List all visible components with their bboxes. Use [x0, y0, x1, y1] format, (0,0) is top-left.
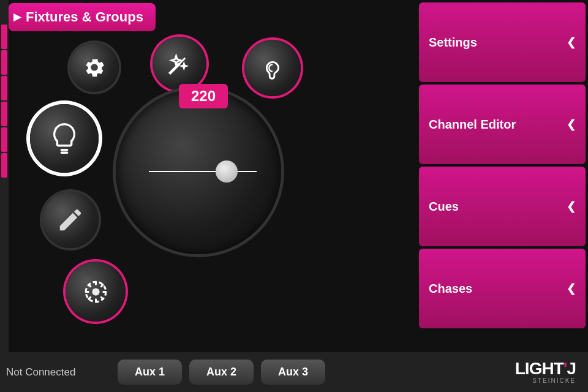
cues-button[interactable]: Cues ❮ [419, 167, 586, 246]
dial-knob[interactable] [216, 160, 238, 183]
settings-button[interactable]: Settings ❮ [419, 2, 586, 82]
left-strip-item [1, 24, 7, 49]
gear-button[interactable] [70, 43, 119, 92]
value-display: 220 [179, 84, 228, 108]
bulb-icon [47, 121, 81, 156]
settings-chevron-icon: ❮ [567, 36, 576, 49]
logo-area: LIGHT'J STEINICKE [515, 360, 582, 384]
left-strip-item [1, 76, 7, 100]
gear-icon [82, 55, 107, 80]
fixtures-groups-label: Fixtures & Groups [26, 9, 143, 25]
settings-label: Settings [429, 36, 477, 50]
main-dial[interactable] [116, 89, 281, 254]
pencil-button[interactable] [42, 192, 99, 248]
wand-icon [166, 50, 193, 77]
channel-editor-chevron-icon: ❮ [567, 118, 576, 131]
ear-button[interactable] [244, 40, 301, 96]
connection-status: Not Connected [6, 366, 110, 379]
left-strip [0, 0, 9, 392]
chases-label: Chases [429, 282, 472, 296]
left-strip-item [1, 127, 7, 152]
right-panel: Settings ❮ Channel Editor ❮ Cues ❮ Chase… [417, 0, 588, 331]
main-area: 220 [9, 34, 417, 361]
logo-sub: STEINICKE [532, 377, 576, 384]
color-wheel-button[interactable] [66, 262, 126, 322]
cues-chevron-icon: ❮ [567, 200, 576, 213]
dial-line [149, 171, 257, 172]
fixtures-groups-button[interactable]: Fixtures & Groups [9, 3, 156, 31]
bottom-bar: Not Connected Aux 1 Aux 2 Aux 3 LIGHT'J … [0, 352, 588, 392]
left-strip-item [1, 50, 7, 75]
aux1-button[interactable]: Aux 1 [118, 360, 182, 385]
chases-chevron-icon: ❮ [567, 282, 576, 295]
channel-editor-label: Channel Editor [429, 118, 516, 132]
chases-button[interactable]: Chases ❮ [419, 249, 586, 328]
aux3-button[interactable]: Aux 3 [261, 360, 325, 385]
svg-point-1 [92, 288, 99, 295]
aux2-button[interactable]: Aux 2 [189, 360, 254, 385]
wand-button[interactable] [153, 37, 206, 91]
left-strip-item [1, 153, 7, 178]
channel-editor-button[interactable]: Channel Editor ❮ [419, 85, 586, 164]
color-wheel-icon [81, 277, 111, 307]
pencil-icon [56, 206, 85, 234]
ear-icon [258, 54, 287, 82]
cues-label: Cues [429, 200, 459, 214]
dial-inner [116, 89, 281, 254]
bulb-button[interactable] [30, 104, 99, 173]
top-bar: Fixtures & Groups [9, 0, 417, 34]
left-strip-item [1, 102, 7, 126]
logo-text: LIGHT'J [515, 360, 576, 377]
